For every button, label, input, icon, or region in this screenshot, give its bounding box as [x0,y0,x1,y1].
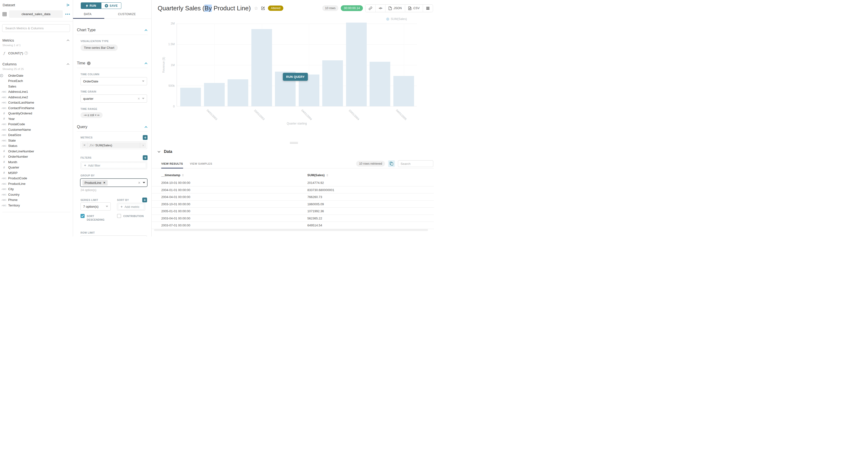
legend-item[interactable]: SUM(Sales) [386,17,407,21]
contribution-checkbox[interactable]: CONTRIBUTION [117,214,144,222]
collapse-panel-icon[interactable] [66,3,70,7]
column-item[interactable]: ABCDealSize [0,132,73,138]
column-item[interactable]: ABCState [0,138,73,143]
metrics-label: METRICS [81,136,93,139]
sort-by-dropzone[interactable]: + Add metric [117,203,145,211]
chevron-up-icon[interactable] [145,62,148,64]
column-item[interactable]: ABCPostalCode [0,122,73,127]
table-row[interactable]: 2004-04-01 00:00:00766260.73 [152,193,434,201]
remove-tag-icon[interactable]: ✕ [103,181,105,184]
bar-2005-04-01[interactable] [393,76,414,106]
column-item[interactable]: #QuantityOrdered [0,111,73,116]
add-metric-button[interactable] [143,135,148,140]
table-row[interactable]: 2003-04-01 00:00:00562365.22 [152,215,434,222]
column-item[interactable]: Sales [0,84,73,89]
copy-to-clipboard-button[interactable] [388,160,395,167]
chevron-up-icon[interactable] [145,29,148,31]
plus-icon: + [84,163,86,167]
bar-2003-04-01[interactable] [204,83,225,106]
column-item[interactable]: #Month [0,159,73,165]
series-limit-select[interactable]: 7 option(s) [81,202,111,211]
column-item[interactable]: OrderDate [0,73,73,78]
metric-item[interactable]: ƒ COUNT(*) ? [0,51,73,56]
y-axis-tick-label: 500k [160,84,175,88]
column-item[interactable]: #OrderLineNumber [0,149,73,154]
chevron-up-icon[interactable] [145,126,148,128]
bar-2004-10-01[interactable] [346,23,367,106]
help-icon[interactable]: ? [25,52,28,55]
bar-2003-01-01[interactable] [180,88,201,106]
save-button[interactable]: SAVE [101,2,121,9]
tab-view-results[interactable]: VIEW RESULTS [161,162,183,165]
clear-icon[interactable]: ✕ [137,97,140,100]
bar-2004-07-01[interactable] [322,60,343,106]
panel-resize-handle[interactable] [290,142,298,145]
abc-type-icon: ABC [0,101,8,104]
dataset-more-icon[interactable]: ••• [65,12,70,16]
y-axis-tick-label: 2M [160,22,175,25]
search-metrics-columns-input[interactable] [2,24,70,32]
time-column-select[interactable]: OrderDate [81,77,147,85]
group-by-select[interactable]: ProductLine ✕ ✕ [80,178,148,187]
table-row[interactable]: 2004-01-01 00:00:00833730.680000001 [152,187,434,194]
column-item[interactable]: ABCStatus [0,143,73,149]
horizontal-scrollbar[interactable] [154,229,428,231]
run-query-button[interactable]: RUN QUERY [283,73,308,81]
abc-type-icon: ABC [0,198,8,201]
column-item[interactable]: #Quarter [0,165,73,170]
columns-list: OrderDatePriceEachSalesABCAddressLine1AB… [0,73,73,208]
add-sort-metric-button[interactable] [142,197,147,202]
column-item[interactable]: ABCAddressLine1 [0,89,73,95]
column-item[interactable]: ABCCity [0,187,73,192]
sort-descending-checkbox[interactable]: SORT DESCENDING [81,214,117,222]
bar-2003-07-01[interactable] [227,79,248,106]
chevron-up-icon[interactable] [67,39,69,41]
column-item[interactable]: ABCCustomerName [0,127,73,132]
column-item[interactable]: ABCTerritory [0,202,73,208]
function-icon: ƒ(x) [90,144,94,147]
column-item[interactable]: ABCContactLastName [0,100,73,105]
column-item[interactable]: #OrderNumber [0,154,73,160]
column-item[interactable]: #MSRP [0,170,73,176]
table-row[interactable]: 2005-01-01 00:00:001071992.36 [152,208,434,215]
x-axis-tick-label: 04/01/2004 [301,109,312,121]
table-row[interactable]: 2003-10-01 00:00:001860005.09 [152,201,434,208]
columns-section-title: Columns [2,62,17,66]
gridline [177,24,417,24]
data-panel-tabs: VIEW RESULTS VIEW SAMPLES 10 rows retrie… [152,160,434,168]
column-item[interactable]: PriceEach [0,78,73,84]
visualization-type-value[interactable]: Time-series Bar Chart [81,44,118,51]
bar-2005-01-01[interactable] [370,62,390,106]
bar-2003-10-01[interactable] [251,29,272,106]
tab-customize[interactable]: CUSTOMIZE [118,12,136,16]
add-filter-button[interactable] [143,155,148,160]
column-item[interactable]: ABCProductCode [0,176,73,181]
tab-data[interactable]: DATA [84,12,92,16]
data-panel-header[interactable]: Data [157,150,172,154]
table-search-input[interactable] [398,160,433,167]
add-filter-dropzone[interactable]: + Add filter [81,161,147,169]
table-row[interactable]: 2003-07-01 00:00:00649514.54 [152,222,434,229]
table-row[interactable]: 2004-10-01 00:00:002014774.92 [152,179,434,187]
remove-metric-icon[interactable]: ✕ [82,142,88,148]
chevron-up-icon[interactable] [67,63,69,65]
column-item[interactable]: ABCCountry [0,192,73,197]
metric-chip[interactable]: ƒ(x) SUM(Sales) [88,144,140,147]
row-limit-select[interactable]: 10000 ✕ [81,235,147,236]
column-item[interactable]: ABCContactFirstName [0,105,73,111]
group-by-label: GROUP BY [81,174,148,177]
time-range-value[interactable]: -∞ ≤ col < ∞ [81,112,103,118]
tab-view-samples[interactable]: VIEW SAMPLES [190,162,212,165]
columns-showing-count: Showing 25 of 25 [2,67,73,70]
clear-icon[interactable]: ✕ [138,181,141,185]
column-item[interactable]: ABCProductLine [0,181,73,187]
dataset-name[interactable]: cleaned_sales_data [9,10,63,18]
column-header-sum-sales[interactable]: SUM(Sales) [307,173,328,177]
column-item[interactable]: ABCPhone [0,197,73,203]
caret-right-icon[interactable]: › [140,142,146,148]
column-item[interactable]: ABCAddressLine2 [0,94,73,100]
column-item[interactable]: #Year [0,116,73,122]
column-header-timestamp[interactable]: __timestamp [161,173,184,177]
run-button[interactable]: RUN [81,2,101,9]
time-grain-select[interactable]: quarter ✕ [81,94,147,103]
